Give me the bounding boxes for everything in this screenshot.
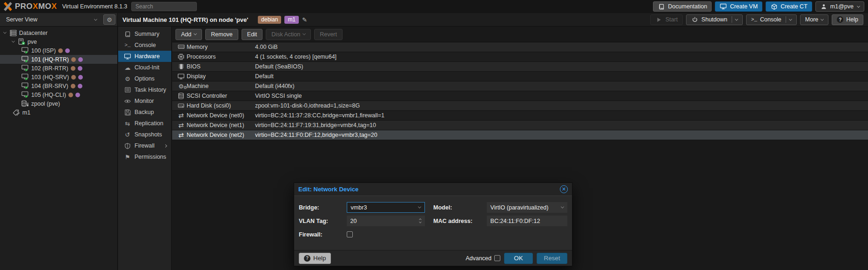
close-icon[interactable]: ✕ <box>560 185 568 193</box>
menu-item-firewall[interactable]: Firewall <box>118 140 171 151</box>
bridge-label: Bridge: <box>299 204 347 211</box>
chevron-down-icon <box>194 32 197 35</box>
model-combo[interactable]: VirtIO (paravirtualized) <box>487 202 567 213</box>
floppy-icon <box>124 109 131 116</box>
menu-item-backup[interactable]: Backup <box>118 107 171 118</box>
user-icon <box>820 3 828 10</box>
gears-icon: ⚙⚙ <box>175 83 187 89</box>
edit-button[interactable]: Edit <box>242 29 263 40</box>
ok-button[interactable]: OK <box>504 253 533 264</box>
edit-tags-icon[interactable]: ✎ <box>302 16 307 23</box>
chevron-down-icon <box>789 17 792 20</box>
vlan-tag-input[interactable] <box>350 218 419 224</box>
display-icon <box>175 74 187 80</box>
harddisk-icon <box>175 103 187 108</box>
tree-item-vm-100[interactable]: 100 (ISP) <box>0 46 117 55</box>
tree-item-storage-zpool[interactable]: zpool (pve) <box>0 99 117 108</box>
user-menu-button[interactable]: m1@pve <box>815 1 864 12</box>
tree-item-vm-102[interactable]: 102 (BR-RTR) <box>0 64 117 73</box>
view-selector[interactable]: Server View <box>2 14 101 25</box>
expander-icon[interactable] <box>3 31 6 34</box>
menu-item-task-history[interactable]: Task History <box>118 84 171 95</box>
more-button[interactable]: More <box>800 14 828 25</box>
tree-item-tag-m1[interactable]: m1 <box>0 108 117 117</box>
advanced-toggle[interactable]: Advanced <box>465 255 500 262</box>
tree-item-vm-101[interactable]: 101 (HQ-RTR) <box>0 55 117 64</box>
tag-dot-m1 <box>78 75 83 80</box>
console-button[interactable]: >_ Console <box>746 14 797 25</box>
dialog-titlebar[interactable]: Edit: Network Device ✕ <box>294 183 572 196</box>
mac-address-input[interactable] <box>491 218 564 224</box>
tree-settings-button[interactable]: ⚙ <box>103 14 115 25</box>
tree-item-vm-105[interactable]: 105 (HQ-CLI) <box>0 90 117 99</box>
history-icon: ↺ <box>124 132 131 138</box>
menu-item-replication[interactable]: ⇆ Replication <box>118 118 171 129</box>
hw-row-memory[interactable]: Memory 4.00 GiB <box>172 42 868 52</box>
create-vm-button[interactable]: Create VM <box>715 1 762 12</box>
search-input[interactable] <box>131 2 197 11</box>
hw-row-net2[interactable]: ⇄ Network Device (net2) virtio=BC:24:11:… <box>172 130 868 140</box>
bridge-combo[interactable]: vmbr3 <box>347 202 425 213</box>
chevron-down-icon <box>303 32 306 35</box>
hw-row-machine[interactable]: ⚙⚙ Machine Default (i440fx) <box>172 81 868 91</box>
vm-running-icon <box>21 56 29 63</box>
top-bar: PROXMOX Virtual Environment 8.1.3 Docume… <box>0 0 868 13</box>
advanced-checkbox[interactable] <box>494 255 500 261</box>
hw-row-processors[interactable]: Processors 4 (1 sockets, 4 cores) [qemu6… <box>172 52 868 62</box>
hw-row-bios[interactable]: BIOS Default (SeaBIOS) <box>172 62 868 72</box>
menu-item-summary[interactable]: Summary <box>118 28 171 40</box>
proxmox-logo-icon <box>3 1 13 12</box>
sub-bar: Server View ⚙ Virtual Machine 101 (HQ-RT… <box>0 13 868 27</box>
microchip-icon <box>175 63 187 70</box>
menu-item-hardware[interactable]: Hardware <box>118 51 171 62</box>
hw-row-hard-disk[interactable]: Hard Disk (scsi0) zpool:vm-101-disk-0,io… <box>172 101 868 111</box>
eye-icon <box>124 98 131 105</box>
hw-row-display[interactable]: Display Default <box>172 72 868 81</box>
menu-item-console[interactable]: >_ Console <box>118 40 171 51</box>
menu-item-snapshots[interactable]: ↺ Snapshots <box>118 129 171 140</box>
tag-dot-debian <box>58 48 63 53</box>
resource-tree: Datacenter pve 100 (ISP) 101 (HQ-RTR) 10… <box>0 27 118 270</box>
chevron-down-icon <box>94 17 97 20</box>
node-icon <box>18 38 25 45</box>
top-actions: Documentation Create VM Create CT m1@pve <box>653 1 868 12</box>
menu-item-options[interactable]: ⚙ Options <box>118 73 171 84</box>
vm-menu: Summary >_ Console Hardware ☁ Cloud-Init… <box>118 27 172 270</box>
tree-item-pve[interactable]: pve <box>0 37 117 46</box>
hw-row-net1[interactable]: ⇄ Network Device (net1) virtio=BC:24:11:… <box>172 121 868 130</box>
mac-address-label: MAC address: <box>433 218 487 224</box>
add-button[interactable]: Add <box>175 29 202 40</box>
remove-button[interactable]: Remove <box>205 29 238 40</box>
tag-dot-debian <box>71 84 75 88</box>
tag-dot-debian <box>68 93 73 97</box>
vlan-tag-stepper[interactable] <box>347 216 425 226</box>
help-button[interactable]: ? Help <box>832 14 863 25</box>
power-icon <box>691 16 699 23</box>
tree-item-datacenter[interactable]: Datacenter <box>0 28 117 37</box>
menu-item-permissions[interactable]: ⚑ Permissions <box>118 151 171 162</box>
divider <box>732 16 732 23</box>
disk-action-button[interactable]: Disk Action <box>266 29 311 40</box>
mac-address-field[interactable] <box>487 216 567 226</box>
hw-row-scsi-controller[interactable]: SCSI Controller VirtIO SCSI single <box>172 91 868 101</box>
reset-button[interactable]: Reset <box>537 253 567 264</box>
hw-row-net0[interactable]: ⇄ Network Device (net0) virtio=BC:24:11:… <box>172 111 868 121</box>
revert-button[interactable]: Revert <box>314 29 343 40</box>
firewall-checkbox[interactable] <box>347 231 353 237</box>
question-icon: ? <box>304 255 310 262</box>
tree-item-vm-103[interactable]: 103 (HQ-SRV) <box>0 73 117 81</box>
chevron-down-icon <box>561 205 564 209</box>
chevron-right-icon <box>164 144 167 147</box>
spinner-arrows[interactable] <box>419 219 421 223</box>
dialog-help-button[interactable]: ? Help <box>299 253 331 264</box>
tree-item-vm-104[interactable]: 104 (BR-SRV) <box>0 81 117 90</box>
start-button[interactable]: Start <box>650 14 683 25</box>
expander-icon[interactable] <box>11 40 14 43</box>
shutdown-button[interactable]: Shutdown <box>686 14 743 25</box>
create-ct-button[interactable]: Create CT <box>766 1 812 12</box>
tag-dot-m1 <box>65 48 70 53</box>
documentation-button[interactable]: Documentation <box>653 1 712 12</box>
view-selector-area: Server View ⚙ <box>0 13 118 26</box>
menu-item-monitor[interactable]: Monitor <box>118 95 171 107</box>
menu-item-cloud-init[interactable]: ☁ Cloud-Init <box>118 62 171 73</box>
